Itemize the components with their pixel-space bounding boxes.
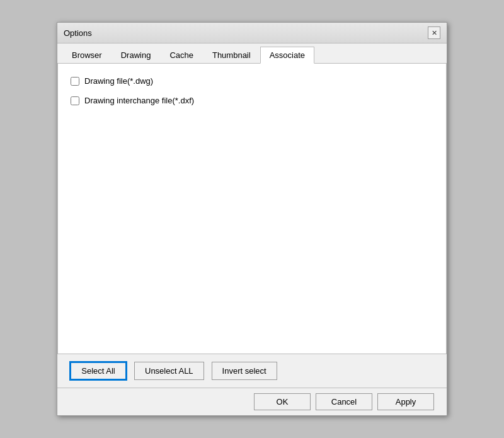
dwg-label[interactable]: Drawing file(*.dwg)	[84, 76, 153, 86]
tab-drawing[interactable]: Drawing	[112, 47, 161, 64]
tab-browser[interactable]: Browser	[62, 47, 112, 64]
dialog-title: Options	[64, 28, 92, 38]
content-area: Drawing file(*.dwg) Drawing interchange …	[57, 64, 447, 354]
dxf-checkbox-row: Drawing interchange file(*.dxf)	[71, 96, 433, 105]
dxf-checkbox[interactable]	[71, 96, 79, 105]
dxf-label[interactable]: Drawing interchange file(*.dxf)	[84, 96, 194, 105]
options-dialog: Options ✕ Browser Drawing Cache Thumbnai…	[57, 22, 447, 416]
apply-button[interactable]: Apply	[377, 393, 434, 410]
tab-bar: Browser Drawing Cache Thumbnail Associat…	[57, 43, 447, 64]
invert-select-button[interactable]: Invert select	[212, 362, 277, 380]
footer: OK Cancel Apply	[57, 388, 447, 415]
tab-thumbnail[interactable]: Thumbnail	[203, 47, 260, 64]
ok-button[interactable]: OK	[254, 393, 311, 410]
tab-cache[interactable]: Cache	[160, 47, 203, 64]
cancel-button[interactable]: Cancel	[316, 393, 372, 410]
title-bar: Options ✕	[57, 23, 447, 43]
select-all-button[interactable]: Select All	[70, 362, 127, 380]
close-button[interactable]: ✕	[428, 26, 440, 39]
dwg-checkbox[interactable]	[71, 77, 79, 86]
action-buttons: Select All Unselect ALL Invert select	[70, 362, 434, 380]
unselect-all-button[interactable]: Unselect ALL	[134, 362, 204, 380]
dwg-checkbox-row: Drawing file(*.dwg)	[71, 76, 433, 86]
action-button-row: Select All Unselect ALL Invert select	[57, 354, 447, 388]
tab-associate[interactable]: Associate	[260, 47, 314, 64]
